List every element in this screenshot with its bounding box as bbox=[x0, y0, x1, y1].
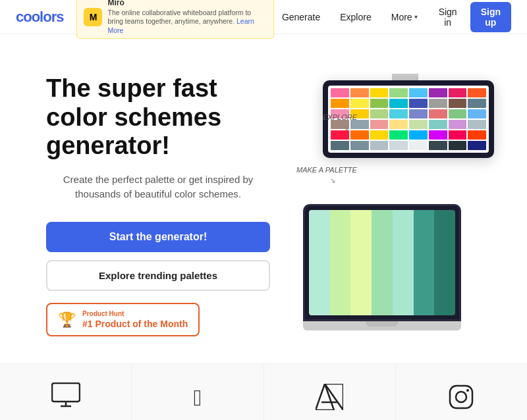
color-cell bbox=[449, 120, 467, 129]
color-cell bbox=[449, 88, 467, 97]
color-cell bbox=[429, 88, 447, 97]
adobe-icon bbox=[316, 384, 343, 413]
color-cell bbox=[409, 141, 428, 150]
color-cell bbox=[370, 130, 389, 140]
color-cell bbox=[350, 141, 369, 150]
color-cell bbox=[429, 120, 447, 129]
palette-column bbox=[330, 210, 351, 315]
color-cell bbox=[429, 109, 447, 118]
color-cell bbox=[350, 88, 369, 97]
svg-marker-4 bbox=[325, 384, 343, 410]
color-cell bbox=[468, 141, 486, 150]
color-cell bbox=[389, 99, 408, 108]
signin-button[interactable]: Sign in bbox=[430, 3, 466, 32]
apple-icon:  bbox=[194, 385, 202, 411]
color-cell bbox=[370, 99, 389, 108]
logo-instagram bbox=[396, 364, 527, 420]
svg-marker-3 bbox=[316, 384, 334, 410]
instagram-icon bbox=[449, 384, 474, 412]
color-cell bbox=[449, 109, 467, 118]
color-cell bbox=[370, 109, 389, 118]
color-cell bbox=[331, 99, 349, 108]
color-cell bbox=[468, 120, 486, 129]
palette-column bbox=[414, 210, 435, 315]
nav-explore-button[interactable]: Explore bbox=[332, 8, 379, 26]
product-hunt-badge[interactable]: 🏆 Product Hunt #1 Product of the Month bbox=[46, 303, 200, 336]
make-palette-annotation: MAKE A PALETTE ↘ bbox=[296, 166, 357, 185]
product-hunt-text: Product Hunt #1 Product of the Month bbox=[82, 309, 188, 330]
explore-palettes-button[interactable]: Explore trending palettes bbox=[46, 260, 270, 291]
color-cell bbox=[468, 109, 486, 118]
miro-icon: M bbox=[84, 8, 102, 26]
color-cell bbox=[331, 141, 349, 150]
color-cell bbox=[409, 88, 428, 97]
nav-more-button[interactable]: More ▾ bbox=[383, 8, 426, 26]
color-cell bbox=[409, 99, 428, 108]
palette-column bbox=[393, 210, 414, 315]
monitor-icon bbox=[51, 382, 80, 413]
palette-column bbox=[350, 210, 372, 315]
signup-button[interactable]: Sign up bbox=[470, 2, 511, 32]
logo-adobe bbox=[264, 364, 396, 420]
logo-apple:  bbox=[132, 364, 264, 420]
color-cell bbox=[468, 99, 486, 108]
nav-generate-button[interactable]: Generate bbox=[274, 8, 328, 26]
color-cell bbox=[370, 120, 389, 129]
chevron-down-icon: ▾ bbox=[414, 13, 418, 20]
color-cell bbox=[389, 120, 408, 129]
start-generator-button[interactable]: Start the generator! bbox=[46, 222, 270, 252]
miro-ad-banner[interactable]: M Miro The online collaborative whiteboa… bbox=[76, 0, 273, 39]
palette-column bbox=[309, 210, 330, 315]
color-cell bbox=[409, 120, 428, 129]
palette-column bbox=[372, 210, 393, 315]
color-cell bbox=[389, 88, 408, 97]
svg-rect-0 bbox=[52, 383, 80, 402]
nav-links: Generate Explore More ▾ Sign in Sign up bbox=[274, 2, 511, 32]
site-logo[interactable]: coolors bbox=[16, 9, 63, 26]
logo-monitor bbox=[0, 364, 132, 420]
svg-point-8 bbox=[466, 389, 469, 392]
navbar: coolors M Miro The online collaborative … bbox=[0, 0, 527, 34]
color-cell bbox=[389, 141, 408, 150]
hero-left-content: The super fast color schemes generator! … bbox=[46, 74, 270, 336]
color-cell bbox=[449, 99, 467, 108]
monitor-illustration bbox=[316, 74, 494, 92]
svg-rect-6 bbox=[450, 386, 472, 408]
color-cell bbox=[449, 141, 467, 150]
color-cell bbox=[409, 130, 428, 140]
color-cell bbox=[429, 99, 447, 108]
color-cell bbox=[468, 130, 486, 140]
hero-section: The super fast color schemes generator! … bbox=[0, 34, 527, 363]
hero-illustration: EXPLORE ↘ MAKE A PALETTE ↘ bbox=[283, 74, 494, 337]
color-cell bbox=[389, 130, 408, 140]
miro-ad-text: Miro The online collaborative whiteboard… bbox=[107, 0, 266, 36]
color-cell bbox=[350, 99, 369, 108]
color-cell bbox=[429, 130, 447, 140]
palette-column bbox=[434, 210, 455, 315]
color-cell bbox=[468, 88, 486, 97]
hero-subtitle: Create the perfect palette or get inspir… bbox=[46, 172, 270, 202]
color-cell bbox=[370, 141, 389, 150]
svg-point-7 bbox=[456, 392, 466, 402]
color-cell bbox=[449, 130, 467, 140]
color-cell bbox=[409, 109, 428, 118]
color-cell bbox=[389, 109, 408, 118]
color-cell bbox=[370, 88, 389, 97]
hero-title: The super fast color schemes generator! bbox=[46, 74, 270, 161]
color-cell bbox=[429, 141, 447, 150]
laptop-illustration bbox=[303, 204, 461, 330]
logos-bar:  bbox=[0, 363, 527, 420]
trophy-icon: 🏆 bbox=[58, 311, 76, 328]
explore-annotation: EXPLORE ↘ bbox=[323, 113, 357, 132]
color-cell bbox=[331, 88, 349, 97]
